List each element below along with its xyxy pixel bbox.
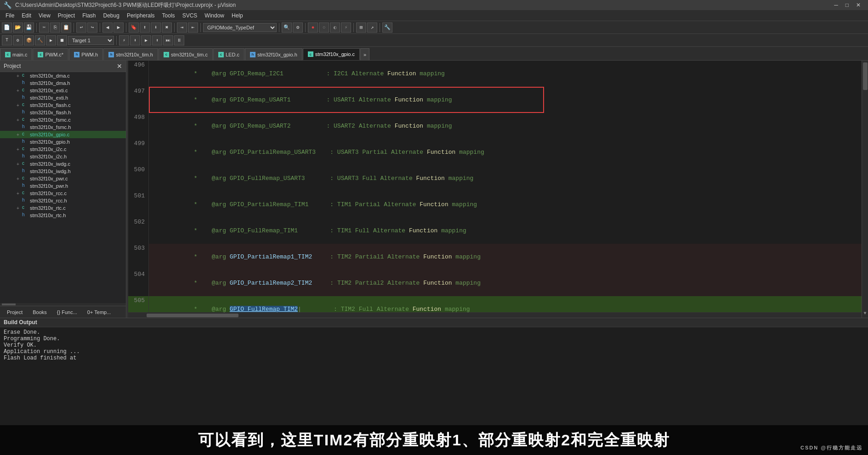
title-bar: 🔧 C:\Users\Admin\Desktop\STM32Project\6-… — [0, 0, 868, 10]
clear-bookmark[interactable]: ✖ — [162, 22, 172, 33]
run-btn[interactable]: ● — [308, 22, 318, 33]
file-label: stm32f10x_rtc.h — [30, 213, 66, 218]
stop-btn[interactable]: ○ — [319, 22, 329, 33]
grid-btn[interactable]: ⊞ — [356, 22, 366, 33]
tree-item-flash-c[interactable]: + c stm32f10x_flash.c — [0, 101, 126, 109]
tree-item-dma-c[interactable]: + c stm32f10x_dma.c — [0, 72, 126, 79]
menu-debug[interactable]: Debug — [100, 11, 123, 20]
file-label: stm32f10x_i2c.c — [30, 146, 66, 152]
prev-bookmark[interactable]: ⬆ — [140, 22, 150, 33]
tree-item-gpio-c[interactable]: + c stm32f10x_gpio.c — [0, 131, 126, 138]
menu-help[interactable]: Help — [228, 11, 247, 20]
menu-edit[interactable]: Edit — [18, 11, 35, 20]
menu-project[interactable]: Project — [54, 11, 79, 20]
tree-item-flash-h[interactable]: h stm32f10x_flash.h — [0, 109, 126, 116]
tree-item-fsmc-c[interactable]: + c stm32f10x_fsmc.c — [0, 116, 126, 124]
tab-gpio-c[interactable]: c stm32f10x_gpio.c — [303, 48, 360, 60]
target-btn6[interactable]: ⏹ — [57, 35, 67, 45]
tree-item-rtc-c[interactable]: + c stm32f10x_rtc.c — [0, 204, 126, 212]
sep8 — [305, 23, 306, 32]
tab-gpio-h[interactable]: h stm32f10x_gpio.h — [245, 48, 302, 60]
menu-peripherals[interactable]: Peripherals — [123, 11, 159, 20]
debug-btn[interactable]: ◐ — [330, 22, 340, 33]
options-btn[interactable]: 🔧 — [382, 22, 392, 33]
tree-item-rtc-h[interactable]: h stm32f10x_rtc.h — [0, 212, 126, 219]
redo-btn[interactable]: ↪ — [87, 22, 97, 33]
sep3 — [100, 23, 100, 32]
tab-pwmh[interactable]: h PWM.h — [69, 48, 103, 60]
paste-btn[interactable]: 📋 — [61, 22, 71, 33]
tgt-btn8[interactable]: ⬇ — [130, 35, 140, 45]
tab-func[interactable]: {} Func... — [52, 307, 82, 317]
indent-btn[interactable]: ⇥ — [177, 22, 187, 33]
tab-temp[interactable]: 0+ Temp... — [82, 307, 116, 317]
toolbar1: 📄 📂 💾 ✂ ⎘ 📋 ↩ ↪ ◀ ▶ 🔖 ⬆ ⬇ ✖ ⇥ ⇤ GPIOMode… — [0, 21, 868, 34]
symbol-combo[interactable]: GPIOMode_TypeDef — [203, 23, 277, 32]
tree-item-dma-h[interactable]: h stm32f10x_dma.h — [0, 79, 126, 87]
new-btn[interactable]: 📄 — [2, 22, 12, 33]
tree-item-iwdg-c[interactable]: + c stm32f10x_iwdg.c — [0, 160, 126, 168]
bookmark-btn[interactable]: 🔖 — [129, 22, 139, 33]
target-btn4[interactable]: 🔨 — [35, 35, 45, 45]
nav-back[interactable]: ◀ — [102, 22, 113, 33]
menu-view[interactable]: View — [35, 11, 54, 20]
tab-project[interactable]: Project — [2, 307, 28, 317]
tab-more[interactable]: » — [360, 48, 369, 60]
tree-item-gpio-h[interactable]: h stm32f10x_gpio.h — [0, 138, 126, 146]
tree-item-pwr-h[interactable]: h stm32f10x_pwr.h — [0, 182, 126, 190]
tab-tim-c[interactable]: c stm32f10x_tim.c — [159, 48, 213, 60]
tree-item-fsmc-h[interactable]: h stm32f10x_fsmc.h — [0, 124, 126, 131]
tab-label-pwmc: PWM.c* — [45, 52, 63, 57]
undo-btn[interactable]: ↩ — [76, 22, 86, 33]
target-btn3[interactable]: 📦 — [24, 35, 34, 45]
tree-item-i2c-c[interactable]: + c stm32f10x_i2c.c — [0, 146, 126, 153]
tree-item-rcc-c[interactable]: + c stm32f10x_rcc.c — [0, 190, 126, 197]
file-label: stm32f10x_exti.c — [30, 88, 68, 93]
tree-item-pwr-c[interactable]: + c stm32f10x_pwr.c — [0, 175, 126, 182]
ext-btn[interactable]: ↗ — [367, 22, 377, 33]
open-btn[interactable]: 📂 — [13, 22, 23, 33]
tgt-btn10[interactable]: ⬆ — [152, 35, 162, 45]
sidebar-content[interactable]: + c stm32f10x_dma.c h stm32f10x_dma.h + … — [0, 72, 126, 303]
target-select[interactable]: Target 1 — [68, 36, 114, 45]
tree-item-exti-c[interactable]: + c stm32f10x_exti.c — [0, 87, 126, 94]
outdent-btn[interactable]: ⇤ — [188, 22, 198, 33]
maximize-btn[interactable]: □ — [842, 2, 852, 8]
save-btn[interactable]: 💾 — [24, 22, 34, 33]
tab-ledc[interactable]: c LED.c — [213, 48, 244, 60]
file-label: stm32f10x_fsmc.c — [30, 117, 71, 123]
browse-btn[interactable]: ⚙ — [293, 22, 303, 33]
tree-item-rcc-h[interactable]: h stm32f10x_rcc.h — [0, 197, 126, 204]
flash-btn[interactable]: ⚡ — [341, 22, 351, 33]
tree-item-i2c-h[interactable]: h stm32f10x_i2c.h — [0, 153, 126, 160]
menu-svcs[interactable]: SVCS — [179, 11, 201, 20]
minimize-btn[interactable]: ─ — [830, 2, 842, 8]
tgt-btn9[interactable]: ▶ — [141, 35, 151, 45]
close-btn[interactable]: ✕ — [852, 2, 864, 8]
tgt-btn11[interactable]: ⏭ — [163, 35, 173, 45]
nav-fwd[interactable]: ▶ — [113, 22, 124, 33]
target-btn2[interactable]: ⚙ — [13, 35, 23, 45]
tree-item-iwdg-h[interactable]: h stm32f10x_iwdg.h — [0, 168, 126, 175]
tab-mainc[interactable]: c main.c — [0, 48, 32, 60]
menu-window[interactable]: Window — [201, 11, 228, 20]
tab-tim-h[interactable]: h stm32f10x_tim.h — [103, 48, 158, 60]
menu-tools[interactable]: Tools — [159, 11, 179, 20]
cut-btn[interactable]: ✂ — [39, 22, 49, 33]
tab-pwmc[interactable]: c PWM.c* — [33, 48, 68, 60]
horizontal-scrollbar[interactable] — [128, 312, 862, 318]
menu-file[interactable]: File — [2, 11, 18, 20]
target-btn5[interactable]: ▶ — [46, 35, 56, 45]
code-area[interactable]: 496 * @arg GPIO_Remap_I2C1 : I2C1 Altern… — [128, 61, 862, 312]
copy-btn[interactable]: ⎘ — [50, 22, 60, 33]
sidebar-close[interactable]: ✕ — [117, 62, 122, 70]
build-line-5: Flash Load finished at — [4, 355, 864, 361]
tree-item-exti-h[interactable]: h stm32f10x_exti.h — [0, 94, 126, 101]
next-bookmark[interactable]: ⬇ — [151, 22, 161, 33]
vertical-scrollbar[interactable]: ▼ — [862, 61, 868, 318]
tgt-btn7[interactable]: ⚡ — [119, 35, 129, 45]
menu-flash[interactable]: Flash — [79, 11, 99, 20]
find-btn[interactable]: 🔍 — [282, 22, 292, 33]
tab-books[interactable]: Books — [28, 307, 52, 317]
tgt-btn12[interactable]: ⏸ — [174, 35, 184, 45]
